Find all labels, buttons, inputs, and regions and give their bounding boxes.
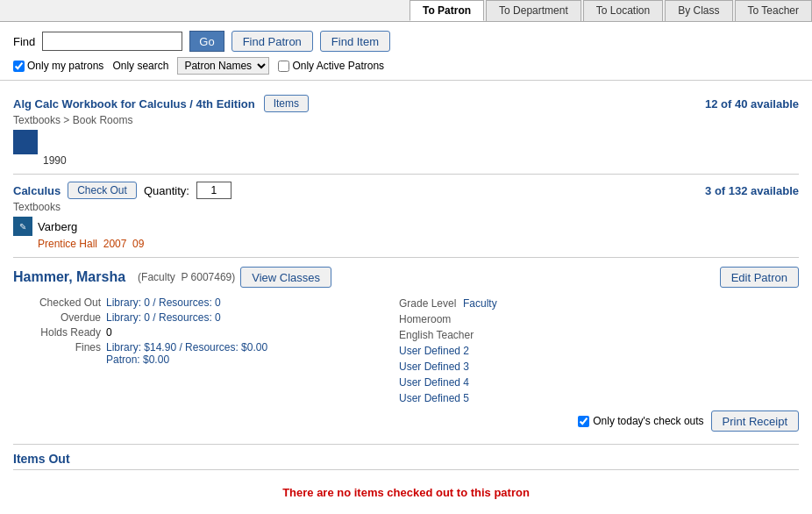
checkout-button[interactable]: Check Out <box>68 182 137 199</box>
book-availability-1: 12 of 40 available <box>705 97 799 111</box>
items-button-1[interactable]: Items <box>264 95 309 112</box>
checked-out-label: Checked Out <box>13 296 101 309</box>
print-receipt-button[interactable]: Print Receipt <box>711 410 799 432</box>
quantity-label: Quantity: <box>144 184 189 197</box>
book-thumbnail-1 <box>13 130 38 154</box>
fines-library-value: Library: $14.90 / Resources: $0.00 <box>106 341 267 353</box>
search-input[interactable] <box>42 32 182 51</box>
only-search-text: Only search <box>112 60 168 72</box>
top-tabs-bar: To Patron To Department To Location By C… <box>0 0 812 22</box>
book-author-2: Varberg <box>38 220 77 233</box>
overdue-value: Library: 0 / Resources: 0 <box>106 311 221 324</box>
print-area: Only today's check outs Print Receipt <box>13 407 799 435</box>
patron-name: Hammer, Marsha <box>13 269 125 285</box>
edit-patron-button[interactable]: Edit Patron <box>720 267 799 288</box>
book-item-2: Calculus Check Out Quantity: 3 of 132 av… <box>13 175 799 258</box>
user-defined-5-label: User Defined 5 <box>399 392 469 404</box>
fines-patron-value: Patron: $0.00 <box>106 353 267 366</box>
book-publisher-2: Prentice Hall 2007 09 <box>38 238 799 250</box>
only-active-patrons-checkbox-label[interactable]: Only Active Patrons <box>278 60 384 72</box>
find-item-button[interactable]: Find Item <box>320 31 390 52</box>
tab-to-location[interactable]: To Location <box>583 0 663 21</box>
only-search-label: Only search <box>112 60 168 72</box>
find-patron-button[interactable]: Find Patron <box>231 31 313 52</box>
content-area: Alg Calc Workbook for Calculus / 4th Edi… <box>0 81 812 514</box>
overdue-label: Overdue <box>13 311 101 324</box>
only-active-patrons-checkbox[interactable] <box>278 61 289 72</box>
grade-level-value: Faculty <box>463 297 497 310</box>
book-year-1: 1990 <box>43 154 799 167</box>
only-my-patrons-checkbox-label[interactable]: Only my patrons <box>13 60 103 72</box>
homeroom-label: Homeroom <box>399 313 451 325</box>
grade-level-label: Grade Level <box>399 297 456 310</box>
search-area: Find Go Find Patron Find Item Only my pa… <box>0 22 812 81</box>
only-today-label[interactable]: Only today's check outs <box>578 415 703 427</box>
view-classes-button[interactable]: View Classes <box>240 267 331 288</box>
only-active-patrons-label: Only Active Patrons <box>292 60 384 72</box>
quantity-input[interactable] <box>196 182 231 199</box>
english-teacher-label: English Teacher <box>399 329 474 341</box>
user-defined-4-label: User Defined 4 <box>399 376 469 389</box>
book-item-1: Alg Calc Workbook for Calculus / 4th Edi… <box>13 88 799 175</box>
tab-to-teacher[interactable]: To Teacher <box>735 0 812 21</box>
items-out-section: Items Out There are no items checked out… <box>13 445 799 514</box>
book-title-1: Alg Calc Workbook for Calculus / 4th Edi… <box>13 97 255 111</box>
holds-ready-value: 0 <box>106 326 112 339</box>
search-type-dropdown[interactable]: Patron Names Item Names Barcode <box>177 57 269 75</box>
checked-out-value: Library: 0 / Resources: 0 <box>106 296 221 309</box>
book-category-2: Textbooks <box>13 201 799 213</box>
user-defined-3-label: User Defined 3 <box>399 361 469 373</box>
fines-label: Fines <box>13 341 101 353</box>
book-icon-2: ✎ <box>13 217 32 236</box>
items-out-header: Items Out <box>13 452 799 470</box>
book-title-2: Calculus <box>13 184 61 197</box>
go-button[interactable]: Go <box>189 31 224 52</box>
tab-to-patron[interactable]: To Patron <box>410 0 484 21</box>
patron-right-info: Grade Level Faculty Homeroom English Tea… <box>399 296 799 407</box>
find-label: Find <box>13 35 35 48</box>
patron-section: Hammer, Marsha (Faculty P 6007469) View … <box>13 258 799 445</box>
only-today-text: Only today's check outs <box>593 415 703 427</box>
only-today-checkbox[interactable] <box>578 416 589 427</box>
only-my-patrons-label: Only my patrons <box>27 60 103 72</box>
only-my-patrons-checkbox[interactable] <box>13 61 25 72</box>
patron-meta: (Faculty P 6007469) <box>138 271 235 283</box>
holds-ready-label: Holds Ready <box>13 326 101 339</box>
patron-left-info: Checked Out Library: 0 / Resources: 0 Ov… <box>13 296 381 407</box>
book-category-1: Textbooks > Book Rooms <box>13 114 799 126</box>
tab-to-department[interactable]: To Department <box>486 0 581 21</box>
no-items-message: There are no items checked out to this p… <box>13 477 799 508</box>
book-availability-2: 3 of 132 available <box>705 184 799 197</box>
tab-by-class[interactable]: By Class <box>665 0 732 21</box>
user-defined-2-label: User Defined 2 <box>399 345 469 357</box>
